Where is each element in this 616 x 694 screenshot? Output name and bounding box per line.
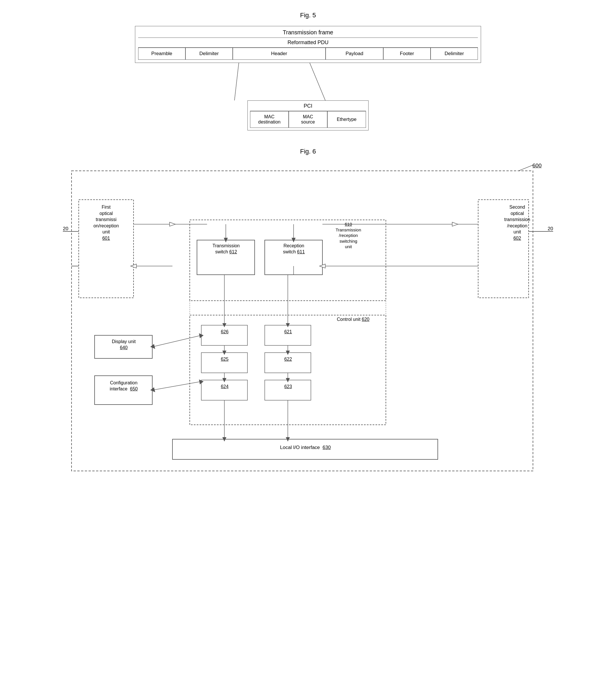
svg-rect-11	[201, 353, 247, 373]
svg-marker-49	[222, 437, 226, 441]
svg-marker-39	[286, 323, 290, 327]
pci-box: PCI MACdestination MACsource Ethertype	[247, 101, 369, 130]
optical-unit-2-label: Secondopticaltransmission/receptionunit6…	[493, 204, 541, 241]
fig6-diagram: 600 Firstopticaltransmission/receptionun…	[63, 162, 553, 480]
fig6-section: Fig. 6	[17, 148, 599, 480]
link-ref-right: 20	[548, 226, 553, 232]
svg-rect-15	[265, 380, 311, 400]
optical-unit-1-label: Firstopticaltransmission/receptionunit60…	[80, 204, 132, 241]
box-621: 621	[266, 329, 311, 335]
pci-cells: MACdestination MACsource Ethertype	[250, 111, 366, 128]
svg-marker-32	[224, 238, 228, 242]
frame-cells: Preamble Delimiter Header Payload Footer…	[138, 47, 478, 60]
svg-marker-37	[222, 323, 226, 327]
device-ref-600: 600	[533, 162, 542, 169]
reception-switch-label: Receptionswitch 611	[266, 243, 322, 255]
pci-ethertype: Ethertype	[327, 111, 366, 128]
svg-rect-12	[201, 380, 247, 400]
pci-box-container: PCI MACdestination MACsource Ethertype	[135, 101, 481, 130]
config-interface-label: Configurationinterface 650	[95, 380, 152, 392]
cell-delimiter-1: Delimiter	[185, 48, 233, 60]
fig6-title: Fig. 6	[300, 148, 316, 155]
box-623: 623	[266, 384, 311, 390]
cell-payload: Payload	[325, 48, 383, 60]
cell-delimiter-2: Delimiter	[431, 48, 478, 60]
box-626: 626	[202, 329, 247, 335]
pci-mac-dest: MACdestination	[250, 111, 289, 128]
svg-marker-47	[286, 378, 290, 382]
svg-marker-23	[170, 222, 175, 226]
cell-preamble: Preamble	[138, 48, 185, 60]
diagram-svg	[63, 162, 553, 480]
transmission-switch-label: Transmissionswitch 612	[198, 243, 254, 255]
svg-rect-3	[72, 171, 533, 471]
fig5-section: Fig. 5 Transmission frame Reformatted PD…	[17, 12, 599, 130]
link-ref-left: 20	[63, 226, 68, 232]
switching-unit-label: 610Transmission/receptionswitchingunit	[325, 221, 371, 250]
transmission-frame: Transmission frame Reformatted PDU Pream…	[135, 26, 481, 63]
pci-mac-source: MACsource	[289, 111, 327, 128]
display-unit-label: Display unit640	[95, 339, 152, 351]
svg-line-58	[519, 165, 533, 171]
box-622: 622	[266, 357, 311, 362]
svg-line-55	[152, 382, 201, 390]
cell-footer: Footer	[383, 48, 431, 60]
box-625: 625	[202, 357, 247, 362]
svg-rect-10	[201, 325, 247, 345]
svg-marker-34	[292, 238, 296, 242]
control-unit-label: Control unit 620	[337, 316, 369, 323]
reformatted-pdu-label: Reformatted PDU	[138, 37, 478, 45]
svg-marker-51	[286, 437, 290, 441]
svg-marker-30	[319, 264, 325, 268]
box-624: 624	[202, 384, 247, 390]
transmission-frame-label: Transmission frame	[138, 29, 478, 36]
connector-svg	[135, 63, 481, 101]
cell-header: Header	[233, 48, 325, 60]
svg-marker-28	[131, 264, 136, 268]
pci-label: PCI	[250, 103, 366, 109]
svg-marker-41	[222, 351, 226, 355]
svg-line-52	[152, 335, 201, 347]
local-io-label: Local I/O interface 630	[173, 444, 437, 451]
svg-line-0	[235, 63, 239, 101]
svg-marker-26	[452, 222, 458, 226]
fig5-title: Fig. 5	[300, 12, 316, 19]
svg-rect-14	[265, 353, 311, 373]
fig5-connector	[135, 63, 481, 101]
svg-rect-13	[265, 325, 311, 345]
svg-marker-45	[286, 351, 290, 355]
page-container: Fig. 5 Transmission frame Reformatted PD…	[17, 12, 599, 480]
svg-line-1	[310, 63, 325, 101]
svg-marker-43	[222, 378, 226, 382]
